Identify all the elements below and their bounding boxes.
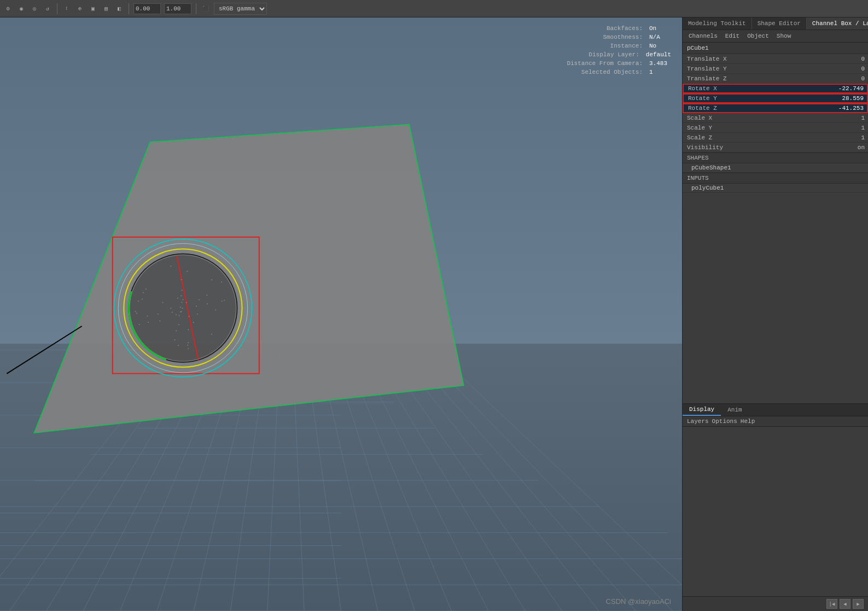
- toolbar-divider-2: [129, 3, 129, 14]
- attr-scale-x-value: 1: [824, 115, 868, 121]
- tab-anim[interactable]: Anim: [721, 404, 748, 415]
- colorspace-select[interactable]: sRGB gamma: [214, 3, 267, 15]
- tab-display[interactable]: Display: [683, 404, 721, 416]
- toolbar-divider-1: [57, 3, 57, 14]
- attr-rotate-y-value: 28.559: [823, 95, 867, 102]
- toolbar-icon-3[interactable]: ◎: [30, 4, 39, 14]
- channel-attributes: Translate X 0 Translate Y 0 Translate Z …: [683, 54, 868, 403]
- attr-translate-x-label: Translate X: [683, 56, 824, 62]
- attr-translate-y[interactable]: Translate Y 0: [683, 64, 868, 74]
- attr-scale-y-label: Scale Y: [683, 125, 824, 131]
- tab-channel-box[interactable]: Channel Box / Layer Editor: [807, 17, 868, 30]
- attr-scale-x[interactable]: Scale X 1: [683, 113, 868, 123]
- edit-menu[interactable]: Edit: [724, 32, 741, 40]
- tab-shape-editor[interactable]: Shape Editor: [752, 17, 807, 30]
- tab-modeling-toolkit[interactable]: Modeling Toolkit: [683, 17, 752, 30]
- bottom-panel-nav: |◀ ◀ ▶: [683, 596, 868, 611]
- object-menu[interactable]: Object: [745, 32, 771, 40]
- toolbar-icon-4[interactable]: ↺: [43, 4, 53, 14]
- main-area: Backfaces: On Smoothness: N/A Instance: …: [0, 17, 868, 611]
- attr-visibility-label: Visibility: [683, 144, 824, 151]
- toolbar-icon-8[interactable]: ▤: [101, 4, 111, 14]
- attr-rotate-x[interactable]: Rotate X -22.749: [683, 84, 868, 93]
- attr-translate-z-label: Translate Z: [683, 75, 824, 82]
- inputs-section-label: INPUTS: [683, 173, 868, 184]
- nav-icon-first[interactable]: |◀: [826, 599, 837, 609]
- attr-rotate-x-value: -22.749: [823, 85, 867, 92]
- toolbar-value1[interactable]: [133, 3, 161, 14]
- main-toolbar: ⚙ ◉ ◎ ↺ ↕ ⊕ ▣ ▤ ◧ ⬛ sRGB gamma: [0, 0, 868, 17]
- attr-visibility-value: on: [824, 144, 868, 151]
- attr-rotate-y[interactable]: Rotate Y 28.559: [683, 93, 868, 103]
- toolbar-value2[interactable]: [164, 3, 191, 14]
- toolbar-icon-2[interactable]: ◉: [16, 4, 26, 14]
- viewport-3d[interactable]: Backfaces: On Smoothness: N/A Instance: …: [0, 17, 682, 611]
- attr-translate-x-value: 0: [824, 56, 868, 62]
- object-name-label: pCube1: [683, 43, 868, 54]
- attr-visibility[interactable]: Visibility on: [683, 143, 868, 152]
- attr-scale-z-label: Scale Z: [683, 134, 824, 141]
- viewport-canvas: [0, 17, 682, 611]
- shapes-section-label: SHAPES: [683, 152, 868, 163]
- attr-scale-y-value: 1: [824, 125, 868, 131]
- toolbar-icon-1[interactable]: ⚙: [3, 4, 13, 14]
- attr-scale-z[interactable]: Scale Z 1: [683, 133, 868, 143]
- toolbar-icon-5[interactable]: ↕: [62, 4, 72, 14]
- toolbar-icon-9[interactable]: ◧: [114, 4, 124, 14]
- bottom-panel-content: [683, 427, 868, 596]
- shapes-item-pcubeshape1[interactable]: pCubeShape1: [683, 163, 868, 173]
- attr-translate-z[interactable]: Translate Z 0: [683, 74, 868, 84]
- right-panel: Modeling Toolkit Shape Editor Channel Bo…: [682, 17, 868, 611]
- show-menu[interactable]: Show: [775, 32, 793, 40]
- attr-translate-y-label: Translate Y: [683, 66, 824, 72]
- panel-tabs: Modeling Toolkit Shape Editor Channel Bo…: [683, 17, 868, 30]
- toolbar-icon-7[interactable]: ▣: [88, 4, 98, 14]
- attr-rotate-z-value: -41.253: [823, 105, 867, 111]
- attr-translate-z-value: 0: [824, 75, 868, 82]
- attr-rotate-z-label: Rotate Z: [684, 105, 823, 111]
- bottom-panel-menu: Layers Options Help: [683, 416, 868, 427]
- layers-menu[interactable]: Layers: [687, 418, 709, 425]
- nav-icon-prev[interactable]: ◀: [840, 599, 850, 609]
- attr-scale-z-value: 1: [824, 134, 868, 141]
- attr-translate-x[interactable]: Translate X 0: [683, 54, 868, 64]
- attr-rotate-z[interactable]: Rotate Z -41.253: [683, 103, 868, 113]
- bottom-panel-tabs: Display Anim: [683, 404, 868, 416]
- channels-menu[interactable]: Channels: [687, 32, 719, 40]
- attr-rotate-y-label: Rotate Y: [684, 95, 823, 102]
- toolbar-divider-3: [196, 3, 196, 14]
- attr-scale-y[interactable]: Scale Y 1: [683, 123, 868, 133]
- nav-icon-next[interactable]: ▶: [853, 599, 864, 609]
- toolbar-icon-6[interactable]: ⊕: [75, 4, 85, 14]
- channel-box-menu-bar: Channels Edit Object Show: [683, 30, 868, 43]
- toolbar-icon-colorspace: ⬛: [201, 4, 211, 14]
- attr-translate-y-value: 0: [824, 66, 868, 72]
- attr-rotate-x-label: Rotate X: [684, 85, 823, 92]
- bottom-panel: Display Anim Layers Options Help |◀ ◀ ▶: [683, 403, 868, 611]
- help-menu[interactable]: Help: [741, 418, 755, 425]
- attr-scale-x-label: Scale X: [683, 115, 824, 121]
- options-menu[interactable]: Options: [712, 418, 737, 425]
- inputs-item-polycube1[interactable]: polyCube1: [683, 184, 868, 193]
